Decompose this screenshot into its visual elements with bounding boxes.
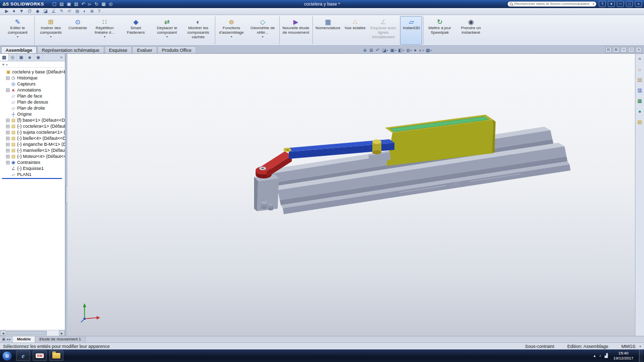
tree-item[interactable]: (-) Esquisse1 [1, 165, 65, 171]
maximize-button[interactable]: □ [626, 1, 633, 7]
record-icon[interactable]: ● [13, 8, 15, 15]
tree-item[interactable]: (-) coctelera<1> (Défaut< [1, 123, 65, 129]
filter-icon[interactable]: ▼ [2, 63, 5, 66]
tree-item[interactable]: Plan de dessus [1, 99, 65, 105]
tree-expand-icon[interactable] [6, 88, 10, 92]
hide-show-items-icon[interactable]: ◍▾ [406, 48, 412, 53]
save-icon[interactable]: ▣ [67, 1, 71, 8]
ribbon-button[interactable]: Nomenclature [312, 16, 343, 45]
model-window-icon[interactable]: ▣ [2, 337, 6, 341]
select-cursor-icon[interactable]: ▻ [88, 1, 92, 8]
network-icon[interactable]: ▟ [605, 353, 608, 358]
tree-expand-icon[interactable] [6, 161, 10, 164]
section-view-icon[interactable]: ◪ [43, 8, 48, 15]
print-icon[interactable]: ▥ [74, 1, 78, 8]
measure-icon[interactable]: ∅ [28, 8, 32, 15]
view-orientation-icon[interactable]: ▣▾ [389, 48, 396, 53]
tree-expand-icon[interactable] [6, 143, 10, 146]
scrollbar-track[interactable] [47, 330, 59, 336]
tree-item[interactable]: (-) sujeta coctelera<1> (Dé [1, 129, 65, 135]
ribbon-button[interactable]: Nouvelle étude de mouvement [279, 16, 311, 45]
tree-item[interactable]: (-) enganche B-M<1> (Déf [1, 141, 65, 147]
tree-item[interactable]: Plan de droite [1, 105, 65, 111]
rollback-bar[interactable] [2, 178, 62, 179]
sketch-icon[interactable]: ✎ [60, 8, 64, 15]
show-hidden-icons[interactable]: ▴ [594, 353, 596, 358]
scrollbar-thumb[interactable] [7, 331, 47, 335]
search-dropdown-icon[interactable]: ▾ [593, 2, 594, 6]
panel-overflow-button[interactable]: » [58, 54, 65, 61]
rebuild-icon[interactable]: ↻ [95, 1, 99, 8]
tree-expand-icon[interactable] [6, 149, 10, 152]
zoom-area-icon[interactable]: ⊞ [369, 48, 374, 53]
convert-entities-icon[interactable]: ⊂ [67, 8, 71, 15]
mdi-close-icon[interactable]: × [635, 47, 642, 53]
units-dropdown-icon[interactable]: ▾ [639, 344, 641, 348]
appearance-icon[interactable]: ◍ [75, 8, 79, 15]
ribbon-button[interactable]: Déplacer le composant ▾ [151, 16, 183, 45]
pane-split-icon[interactable]: ⊟ [605, 47, 612, 53]
view-palette-icon[interactable]: ▦ [637, 98, 642, 104]
filter-dropdown-icon[interactable]: ▾ [6, 63, 8, 66]
tree-item[interactable]: Historique [1, 75, 65, 81]
tree-item[interactable]: Contraintes [1, 159, 65, 165]
command-tab[interactable]: Représentation schématique [37, 46, 104, 53]
play-icon[interactable]: ▶ [5, 8, 9, 15]
tree-expand-icon[interactable] [6, 131, 10, 134]
graphics-area[interactable]: 240 [67, 54, 635, 336]
ribbon-button[interactable]: Géométrie de référ... ▾ [247, 16, 278, 45]
tree-expand-icon[interactable] [6, 76, 10, 80]
ribbon-button[interactable]: Contrainte [66, 16, 89, 45]
tree-item[interactable]: (f) base<1> (Défaut<<Défaut [1, 117, 65, 123]
ribbon-button[interactable]: Mettre à jour Speedpak [423, 16, 455, 45]
tree-expand-icon[interactable] [6, 155, 10, 158]
command-tab[interactable]: Evaluer [132, 46, 157, 53]
options-icon[interactable]: ◎ [109, 1, 113, 8]
close-button[interactable]: × [635, 1, 642, 7]
tree-item[interactable]: coctelera y base (Défaut<Etat [1, 69, 65, 75]
taskpane-expand-icon[interactable]: « [638, 56, 641, 62]
previous-view-icon[interactable]: ↶ [375, 48, 381, 53]
solidworks-app-icon[interactable]: SW [33, 350, 47, 361]
command-tab[interactable]: Assemblage [1, 46, 37, 53]
displaymanager-tab[interactable]: ◉ [34, 54, 43, 61]
apply-scene-icon[interactable]: ◐▾ [419, 48, 424, 53]
help-icon[interactable]: ? [98, 8, 101, 15]
tab-scroll-left-icon[interactable]: ◂ [7, 337, 9, 341]
propertymanager-tab[interactable]: ◎ [9, 54, 17, 61]
tree-expand-icon[interactable] [6, 119, 10, 122]
file-properties-icon[interactable]: ▦ [102, 1, 106, 8]
forum-search[interactable]: ▾ [507, 1, 597, 7]
appearances-icon[interactable]: ● [638, 109, 641, 115]
model-tab[interactable]: Modèle [13, 336, 36, 342]
mdi-minimize-icon[interactable]: ─ [620, 47, 627, 53]
solidworks-resources-icon[interactable]: ⌂ [638, 66, 641, 72]
help-button[interactable]: ? [599, 1, 606, 7]
dimxpert-tab[interactable]: ◈ [26, 54, 34, 61]
internet-explorer-icon[interactable]: e [16, 350, 30, 361]
file-explorer-icon[interactable]: ▥ [637, 87, 642, 94]
scene-icon[interactable]: ◐ [84, 8, 86, 15]
tree-expand-icon[interactable] [6, 125, 10, 128]
new-file-icon[interactable]: ▢ [52, 1, 56, 8]
mass-properties-icon[interactable]: ◆ [36, 8, 39, 15]
fullscreen-button[interactable]: ▾ [608, 1, 615, 7]
ribbon-button[interactable]: Montrer les composants cachés [183, 16, 214, 45]
tree-item[interactable]: Annotations [1, 87, 65, 93]
zoom-fit-icon[interactable]: ⊕ [363, 48, 368, 53]
ribbon-button[interactable]: Esquisse avec lignes d'éclatement [368, 16, 399, 45]
edit-appearance-icon[interactable]: ● [414, 48, 418, 53]
ribbon-button[interactable]: Instant3D [400, 16, 422, 45]
ribbon-button[interactable]: Editer le composant ▾ [2, 16, 33, 45]
tree-item[interactable]: (-) Moteur<4> (Défaut<<D [1, 153, 65, 159]
assembly-model[interactable]: 240 [67, 54, 635, 336]
tree-item[interactable]: Origine [1, 111, 65, 117]
configurationmanager-tab[interactable]: ▣ [17, 54, 26, 61]
custom-properties-icon[interactable]: ▧ [637, 119, 642, 125]
command-tab[interactable]: Produits Office [157, 46, 196, 53]
forum-search-input[interactable] [514, 2, 591, 6]
minimize-button[interactable]: ─ [617, 1, 624, 7]
ribbon-button[interactable]: Vue éclatée [343, 16, 368, 45]
start-button[interactable]: ⊞ [2, 351, 12, 361]
ribbon-button[interactable]: Répétition linéaire d... ▾ [89, 16, 120, 45]
